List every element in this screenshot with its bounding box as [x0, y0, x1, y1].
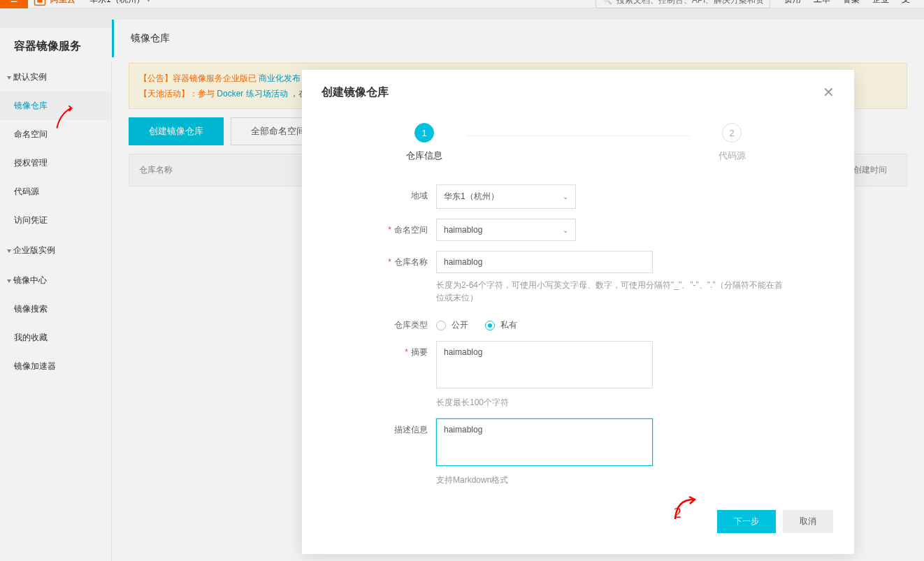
- annotation-mark-2: 2: [672, 494, 707, 522]
- select-region[interactable]: 华东1（杭州）⌄: [436, 184, 576, 209]
- label-description: 描述信息: [344, 418, 428, 436]
- label-repo-name: *仓库名称: [344, 251, 428, 268]
- step-2-dot: 2: [722, 123, 742, 143]
- create-repo-modal: 创建镜像仓库 ✕ 1 仓库信息 2 代码源 地域 华东1（杭州）⌄ *命名空间: [302, 70, 854, 554]
- step-1-dot: 1: [414, 123, 434, 143]
- helper-repo-name: 长度为2-64个字符，可使用小写英文字母、数字，可使用分隔符"_"、"-"、".…: [436, 279, 784, 304]
- modal-title: 创建镜像仓库: [322, 85, 389, 100]
- radio-public[interactable]: 公开: [436, 319, 468, 331]
- input-repo-name[interactable]: [436, 251, 653, 273]
- select-namespace[interactable]: haimablog⌄: [436, 219, 576, 241]
- helper-summary: 长度最长100个字符: [436, 396, 784, 409]
- step-1[interactable]: 1 仓库信息: [382, 123, 466, 162]
- label-namespace: *命名空间: [344, 219, 428, 236]
- close-icon[interactable]: ✕: [823, 84, 835, 101]
- chevron-down-icon: ⌄: [563, 193, 568, 201]
- label-region: 地域: [344, 184, 428, 202]
- chevron-down-icon: ⌄: [563, 226, 568, 234]
- textarea-description[interactable]: [436, 418, 653, 466]
- helper-description: 支持Markdown格式: [436, 474, 784, 486]
- next-button[interactable]: 下一步: [717, 510, 776, 533]
- radio-private[interactable]: 私有: [485, 319, 517, 331]
- step-divider: [466, 136, 690, 136]
- label-summary: *摘要: [344, 341, 428, 358]
- textarea-summary[interactable]: [436, 341, 653, 388]
- cancel-button[interactable]: 取消: [783, 510, 833, 533]
- step-2[interactable]: 2 代码源: [690, 123, 774, 162]
- svg-text:2: 2: [674, 504, 681, 521]
- label-repo-type: 仓库类型: [344, 314, 428, 331]
